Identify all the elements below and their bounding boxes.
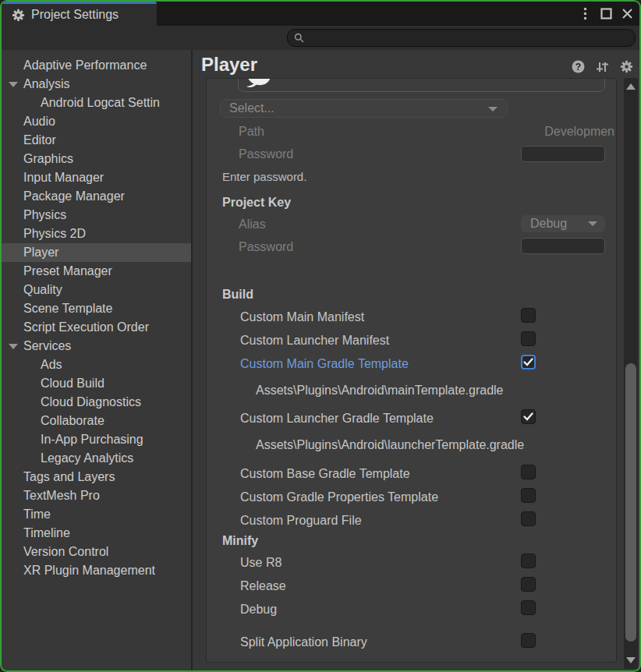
password-helper-text: Enter password. bbox=[222, 169, 306, 185]
close-icon[interactable] bbox=[620, 5, 634, 23]
custom-base-gradle-template-label: Custom Base Gradle Template bbox=[240, 466, 410, 482]
search-field[interactable] bbox=[287, 29, 636, 47]
minify-release-label: Release bbox=[240, 578, 286, 594]
sidebar-item-physics-2d[interactable]: Physics 2D bbox=[2, 225, 191, 243]
sidebar-item-physics[interactable]: Physics bbox=[2, 206, 191, 225]
body: Adaptive Performance Analysis Android Lo… bbox=[2, 50, 639, 670]
sidebar-item-editor[interactable]: Editor bbox=[2, 131, 191, 150]
titlebar: Project Settings bbox=[2, 2, 639, 26]
sidebar-item-timeline[interactable]: Timeline bbox=[2, 524, 191, 543]
custom-launcher-gradle-template-label: Custom Launcher Gradle Template bbox=[240, 411, 434, 426]
sidebar-item-cloud-build[interactable]: Cloud Build bbox=[2, 374, 191, 393]
titlebar-buttons bbox=[578, 2, 634, 26]
use-r8-label: Use R8 bbox=[240, 555, 282, 571]
vertical-scrollbar[interactable] bbox=[624, 78, 638, 669]
settings-scrollview: Select... Path Developmen Password Enter… bbox=[206, 78, 617, 663]
svg-text:?: ? bbox=[575, 62, 581, 73]
scrollbar-thumb[interactable] bbox=[625, 363, 636, 642]
custom-launcher-gradle-template-checkbox[interactable] bbox=[521, 409, 536, 424]
sidebar-item-android-logcat-settings[interactable]: Android Logcat Settin bbox=[2, 94, 191, 112]
project-key-password-label: Password bbox=[239, 239, 293, 255]
sidebar-item-player[interactable]: Player bbox=[2, 243, 191, 262]
sidebar-item-script-execution-order[interactable]: Script Execution Order bbox=[2, 318, 191, 337]
sidebar-item-legacy-analytics[interactable]: Legacy Analytics bbox=[2, 449, 191, 468]
window-title: Project Settings bbox=[31, 8, 119, 22]
sidebar-item-xr-plugin-management[interactable]: XR Plugin Management bbox=[2, 561, 191, 580]
sidebar-item-ads[interactable]: Ads bbox=[2, 355, 191, 374]
sidebar-item-tags-and-layers[interactable]: Tags and Layers bbox=[2, 468, 191, 486]
custom-proguard-file-checkbox[interactable] bbox=[521, 511, 536, 526]
foldout-arrow-icon[interactable] bbox=[9, 344, 18, 349]
minify-section-title: Minify bbox=[222, 533, 258, 549]
custom-main-gradle-template-label: Custom Main Gradle Template bbox=[240, 356, 409, 372]
keystore-graphic-partial-icon bbox=[246, 78, 271, 95]
project-key-section-title: Project Key bbox=[222, 195, 291, 210]
scroll-down-arrow-icon[interactable] bbox=[626, 657, 636, 663]
custom-gradle-properties-template-label: Custom Gradle Properties Template bbox=[240, 490, 438, 505]
sidebar-item-adaptive-performance[interactable]: Adaptive Performance bbox=[2, 56, 191, 75]
sidebar-item-analysis[interactable]: Analysis bbox=[2, 75, 191, 94]
toolbar bbox=[2, 26, 639, 50]
chevron-down-icon bbox=[488, 107, 498, 111]
maximize-icon[interactable] bbox=[599, 5, 613, 23]
minify-release-checkbox[interactable] bbox=[521, 577, 536, 592]
player-settings-panel: Player ? bbox=[193, 50, 639, 670]
sidebar-item-textmesh-pro[interactable]: TextMesh Pro bbox=[2, 486, 191, 505]
keystore-password-field bbox=[521, 146, 605, 162]
sidebar-item-quality[interactable]: Quality bbox=[2, 281, 191, 299]
custom-launcher-manifest-checkbox[interactable] bbox=[521, 331, 536, 346]
settings-gear-icon bbox=[12, 9, 25, 22]
custom-main-gradle-template-checkbox[interactable] bbox=[521, 355, 536, 370]
sidebar-item-package-manager[interactable]: Package Manager bbox=[2, 187, 191, 206]
sidebar-item-graphics[interactable]: Graphics bbox=[2, 150, 191, 168]
keystore-box-partial bbox=[238, 78, 605, 92]
sidebar-item-preset-manager[interactable]: Preset Manager bbox=[2, 262, 191, 281]
search-input[interactable] bbox=[309, 30, 635, 46]
sidebar-item-audio[interactable]: Audio bbox=[2, 112, 191, 131]
minify-debug-label: Debug bbox=[240, 602, 277, 617]
sidebar-item-version-control[interactable]: Version Control bbox=[2, 543, 191, 561]
project-key-password-field bbox=[521, 238, 605, 254]
main-gradle-template-path: Assets\Plugins\Android\mainTemplate.grad… bbox=[256, 383, 504, 398]
kebab-menu-icon[interactable] bbox=[578, 5, 592, 23]
foldout-arrow-icon[interactable] bbox=[9, 82, 18, 87]
keystore-select-dropdown: Select... bbox=[220, 99, 508, 118]
help-icon[interactable]: ? bbox=[572, 60, 585, 73]
sidebar-item-time[interactable]: Time bbox=[2, 505, 191, 524]
launcher-gradle-template-path: Assets\Plugins\Android\launcherTemplate.… bbox=[256, 437, 524, 453]
scroll-up-arrow-icon[interactable] bbox=[626, 83, 636, 90]
sidebar-item-in-app-purchasing[interactable]: In-App Purchasing bbox=[2, 430, 191, 449]
custom-proguard-file-label: Custom Proguard File bbox=[240, 513, 362, 529]
custom-launcher-manifest-label: Custom Launcher Manifest bbox=[240, 333, 389, 348]
window-inner: Project Settings Adaptive Performance bbox=[2, 2, 639, 670]
sidebar-item-collaborate[interactable]: Collaborate bbox=[2, 412, 191, 430]
split-application-binary-checkbox[interactable] bbox=[521, 633, 536, 648]
sidebar-item-services[interactable]: Services bbox=[2, 337, 191, 355]
sidebar-item-cloud-diagnostics[interactable]: Cloud Diagnostics bbox=[2, 393, 191, 412]
alias-label: Alias bbox=[239, 217, 266, 232]
sidebar-item-scene-template[interactable]: Scene Template bbox=[2, 299, 191, 318]
custom-main-manifest-checkbox[interactable] bbox=[521, 308, 536, 323]
use-r8-checkbox[interactable] bbox=[521, 554, 536, 568]
page-title: Player bbox=[201, 54, 257, 76]
split-application-binary-label: Split Application Binary bbox=[240, 635, 367, 650]
custom-main-manifest-label: Custom Main Manifest bbox=[240, 309, 364, 325]
gear-icon[interactable] bbox=[620, 60, 633, 73]
keystore-path-label: Path bbox=[239, 124, 264, 140]
presets-icon[interactable] bbox=[596, 61, 609, 73]
minify-debug-checkbox[interactable] bbox=[521, 600, 536, 615]
chevron-down-icon bbox=[588, 221, 597, 226]
project-settings-window: Project Settings Adaptive Performance bbox=[0, 0, 641, 672]
alias-dropdown: Debug bbox=[521, 215, 605, 232]
custom-gradle-properties-template-checkbox[interactable] bbox=[521, 488, 536, 503]
build-section-title: Build bbox=[222, 287, 253, 302]
keystore-path-value: Developmen bbox=[544, 124, 614, 140]
sidebar-item-input-manager[interactable]: Input Manager bbox=[2, 168, 191, 187]
tab-project-settings[interactable]: Project Settings bbox=[2, 2, 157, 26]
custom-base-gradle-template-checkbox[interactable] bbox=[521, 465, 536, 479]
search-icon bbox=[294, 33, 304, 43]
settings-sidebar: Adaptive Performance Analysis Android Lo… bbox=[2, 50, 191, 670]
panel-icons: ? bbox=[572, 60, 633, 73]
keystore-password-label: Password bbox=[239, 147, 293, 162]
